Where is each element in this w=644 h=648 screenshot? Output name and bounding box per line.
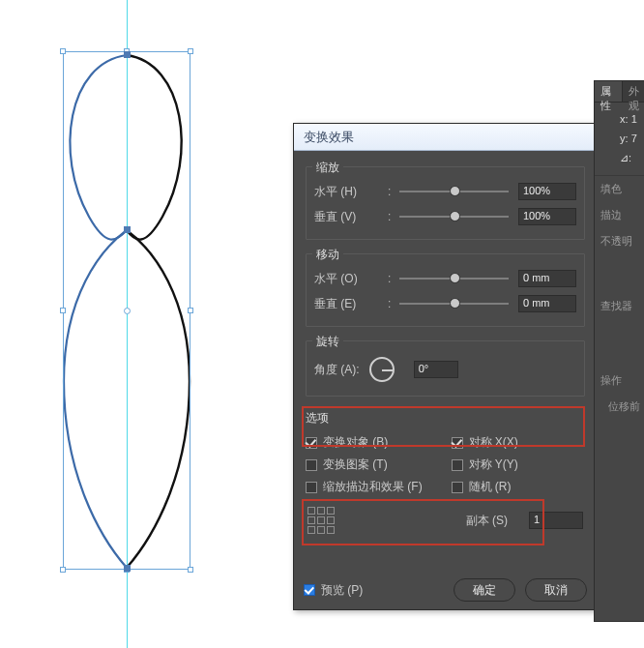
- panel-action-move[interactable]: 位移前: [595, 394, 644, 420]
- bbox-handle-tr[interactable]: [188, 48, 193, 54]
- move-group: 移动 水平 (O) : 0 mm 垂直 (E) : 0 mm: [306, 253, 585, 327]
- move-v-slider[interactable]: [399, 294, 509, 313]
- move-v-label: 垂直 (E): [314, 296, 386, 312]
- checkbox-icon: [452, 459, 463, 471]
- angle-wheel[interactable]: [369, 357, 395, 382]
- scale-v-label: 垂直 (V): [314, 209, 386, 225]
- cb-reflect-y[interactable]: 对称 Y(Y): [452, 457, 586, 473]
- anchor-bottom[interactable]: [124, 565, 131, 572]
- move-h-value[interactable]: 0 mm: [518, 270, 576, 287]
- panel-findfont-label[interactable]: 查找器: [595, 293, 644, 319]
- scale-v-value[interactable]: 100%: [518, 208, 576, 225]
- panel-stroke-label[interactable]: 描边: [595, 202, 644, 228]
- options-block: 选项 变换对象 (B) 对称 X(X) 变换图案 (T) 对称 Y(Y) 缩放描…: [306, 410, 585, 538]
- cb-scale-strokes[interactable]: 缩放描边和效果 (F): [306, 479, 440, 495]
- selection-center[interactable]: [124, 308, 131, 314]
- angle-label: 角度 (A):: [314, 362, 360, 378]
- panel-tabstrip: 属性 外观: [595, 81, 644, 103]
- checkbox-icon: [306, 482, 317, 493]
- copies-label: 副本 (S): [466, 513, 508, 529]
- bbox-handle-mr[interactable]: [188, 308, 193, 313]
- panel-transform-section: x: 1 y: 7 ⊿:: [595, 103, 644, 176]
- checkbox-icon: [452, 482, 463, 493]
- scale-h-value[interactable]: 100%: [518, 183, 576, 200]
- panel-actions-label: 操作: [595, 368, 644, 394]
- scale-v-slider[interactable]: [399, 207, 509, 226]
- cb-random[interactable]: 随机 (R): [452, 479, 586, 495]
- checkbox-icon: [452, 437, 463, 449]
- rotate-group: 旋转 角度 (A): 0°: [306, 340, 585, 397]
- ok-button[interactable]: 确定: [454, 578, 515, 602]
- dialog-footer: 预览 (P) 确定 取消: [294, 571, 597, 609]
- move-group-title: 移动: [312, 247, 343, 263]
- copies-value[interactable]: 1: [529, 512, 583, 529]
- bbox-handle-br[interactable]: [188, 567, 193, 573]
- bbox-handle-bl[interactable]: [60, 567, 66, 573]
- scale-h-slider[interactable]: [399, 182, 509, 201]
- cb-transform-patterns[interactable]: 变换图案 (T): [306, 457, 440, 473]
- panel-fill-label[interactable]: 填色: [595, 176, 644, 202]
- anchor-top[interactable]: [124, 51, 131, 58]
- angle-icon: ⊿:: [620, 152, 631, 163]
- bbox-handle-tl[interactable]: [60, 48, 66, 54]
- dialog-title[interactable]: 变换效果: [294, 124, 597, 151]
- checkbox-icon: [306, 437, 317, 449]
- panel-x-value[interactable]: 1: [631, 113, 637, 125]
- angle-value[interactable]: 0°: [414, 361, 458, 378]
- scale-h-label: 水平 (H): [314, 184, 386, 200]
- move-h-label: 水平 (O): [314, 271, 386, 287]
- move-h-slider[interactable]: [399, 269, 509, 288]
- tab-properties[interactable]: 属性: [595, 81, 623, 102]
- checkbox-icon: [306, 459, 317, 471]
- tab-appearance[interactable]: 外观: [623, 81, 644, 102]
- scale-group: 缩放 水平 (H) : 100% 垂直 (V) : 100%: [306, 166, 585, 240]
- transform-effect-dialog: 变换效果 缩放 水平 (H) : 100% 垂直 (V) : 100% 移动 水…: [293, 123, 598, 610]
- checkbox-icon: [304, 584, 315, 596]
- options-title: 选项: [306, 411, 329, 425]
- panel-opacity-label[interactable]: 不透明: [595, 228, 644, 254]
- cancel-button[interactable]: 取消: [525, 578, 587, 602]
- panel-y-value[interactable]: 7: [631, 133, 637, 144]
- rotate-group-title: 旋转: [312, 334, 343, 350]
- move-v-value[interactable]: 0 mm: [518, 295, 576, 312]
- bbox-handle-ml[interactable]: [60, 308, 66, 313]
- properties-panel[interactable]: 属性 外观 x: 1 y: 7 ⊿: 填色 描边 不透明 查找器 操作 位移前: [594, 80, 644, 622]
- preview-checkbox[interactable]: 预览 (P): [304, 582, 363, 599]
- anchor-mid[interactable]: [124, 226, 131, 233]
- cb-transform-objects[interactable]: 变换对象 (B): [306, 434, 440, 451]
- scale-group-title: 缩放: [312, 160, 343, 176]
- cb-reflect-x[interactable]: 对称 X(X): [452, 434, 586, 451]
- reference-point-picker[interactable]: [307, 507, 335, 534]
